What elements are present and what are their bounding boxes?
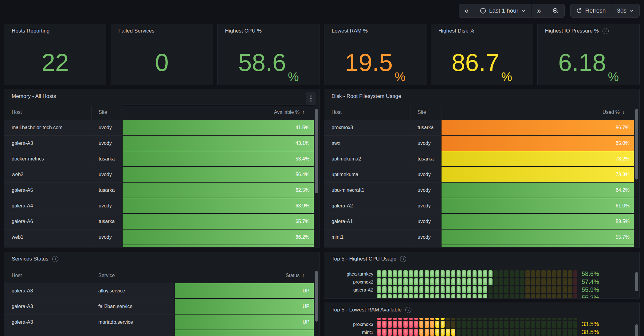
chevrons-left-icon: « <box>465 7 469 14</box>
gauge-cell <box>398 321 402 328</box>
gauge-cell <box>573 318 577 320</box>
info-icon[interactable]: i <box>603 28 609 34</box>
gauge-cell <box>441 294 445 298</box>
column-header-value sort-column-header[interactable]: Used %↓ <box>442 105 634 120</box>
gauge-cell <box>473 270 477 277</box>
column-divider <box>91 106 92 119</box>
column-header-host[interactable]: Host <box>4 105 91 120</box>
stat-number: 22 <box>41 50 69 75</box>
scrollbar[interactable] <box>635 106 638 246</box>
scrollbar-thumb[interactable] <box>635 324 638 336</box>
table-body: mail.bachelor-tech.comuvody41.5%galera-A… <box>4 120 319 247</box>
time-back-button[interactable]: « <box>459 4 474 17</box>
gauge-cell <box>462 318 466 320</box>
gauge-cell <box>382 318 386 320</box>
stat-title-text: Highest Disk % <box>438 28 474 34</box>
value-bar: 85.0% <box>442 136 634 151</box>
gauge-cells <box>377 278 577 285</box>
column-header-value sort-column-header[interactable]: Available %↑ <box>123 105 314 120</box>
gauge-cell <box>473 318 477 320</box>
gauge-cells <box>377 286 577 293</box>
column-header-site[interactable]: Site <box>410 105 442 120</box>
gauge-cell <box>568 329 572 336</box>
stat-panel: Highest IO Pressure %i6.18% <box>537 24 640 85</box>
gauge-cell <box>462 321 466 328</box>
scrollbar[interactable] <box>315 106 318 246</box>
zoom-out-button[interactable] <box>547 4 564 17</box>
table-row: web1uvody66.2% <box>4 230 319 245</box>
scrollbar-thumb[interactable] <box>315 271 318 322</box>
stat-panel: Lowest RAM %19.5% <box>324 24 426 85</box>
time-range-picker[interactable]: Last 1 hour <box>474 4 531 17</box>
gauge-cell <box>552 294 556 298</box>
scrollbar[interactable] <box>315 270 318 336</box>
gauge-cell <box>504 318 508 320</box>
scrollbar[interactable] <box>635 271 638 296</box>
gauge-cell <box>473 329 477 336</box>
gauge-cell <box>473 321 477 328</box>
gauge-cell <box>414 270 418 277</box>
clock-icon <box>480 8 486 14</box>
value-bar: 64.2% <box>442 183 634 198</box>
cell-second: alloy.service <box>91 283 175 299</box>
gauge-cell <box>446 270 450 277</box>
gauge-cell <box>499 270 503 277</box>
stat-title-text: Failed Services <box>118 28 155 34</box>
stat-panels-row: Hosts Reporting22Failed Services0Highest… <box>4 24 640 85</box>
gauge-cell <box>414 329 418 336</box>
time-forward-button[interactable]: » <box>531 4 547 17</box>
gauge-row: 55.2% <box>332 294 629 298</box>
stat-title: Lowest RAM % <box>332 28 368 34</box>
scrollbar[interactable] <box>635 320 638 336</box>
gauge-cell <box>499 329 503 336</box>
panel-title: Memory - All Hosts <box>12 93 56 99</box>
scrollbar-thumb[interactable] <box>635 272 638 291</box>
info-icon[interactable]: i <box>400 256 406 262</box>
gauge-cell <box>489 329 493 336</box>
gauge-cell <box>536 318 540 320</box>
table-row: galera-A3uvody43.1% <box>4 136 319 151</box>
cell-host: galera-A3 <box>4 315 91 330</box>
table-row: mint1uvody55.7% <box>324 230 639 245</box>
column-header-service[interactable]: Service <box>91 268 175 283</box>
cell-second <box>91 245 123 247</box>
gauge-cell <box>520 286 524 293</box>
column-header-host[interactable]: Host <box>324 105 410 120</box>
refresh-interval-picker[interactable]: 30s <box>611 4 639 17</box>
info-icon[interactable]: i <box>52 256 58 262</box>
gauge-cell <box>531 270 535 277</box>
gauge-cell <box>441 278 445 285</box>
gauge-cell <box>536 294 540 298</box>
gauge-cell <box>489 318 493 320</box>
panel-menu-button[interactable] <box>306 92 316 105</box>
scrollbar-thumb[interactable] <box>635 109 638 180</box>
gauge-cell <box>403 329 407 336</box>
table-row: docker-metricstusarka53.4% <box>4 151 319 167</box>
refresh-button[interactable]: Refresh <box>571 4 611 17</box>
gauge-cell <box>483 270 487 277</box>
gauge-cell <box>382 321 386 328</box>
cell-second: uvody <box>91 120 123 136</box>
gauge-cell <box>483 321 487 328</box>
panel-title-text: Top 5 - Highest CPU Usage <box>332 256 396 262</box>
gauge-cell <box>494 329 498 336</box>
info-icon[interactable]: i <box>405 307 411 313</box>
gauge-cell <box>435 270 439 277</box>
gauge-cells <box>377 318 577 320</box>
gauge-cell <box>388 286 392 293</box>
gauge-cell <box>409 270 413 277</box>
table-row: galera-A2uvody61.0% <box>324 198 639 214</box>
column-header-site[interactable]: Site <box>91 105 123 120</box>
gauge-cell <box>377 270 381 277</box>
scrollbar-thumb[interactable] <box>315 109 318 193</box>
stat-number: 0 <box>155 50 169 75</box>
gauge-cell <box>483 318 487 320</box>
column-header-host[interactable]: Host <box>4 268 91 283</box>
gauge-cell <box>515 329 519 336</box>
cell-host: galera-A3 <box>4 283 91 299</box>
gauge-cell <box>393 294 397 298</box>
gauge-cell <box>478 318 482 320</box>
gauge-cell <box>446 321 450 328</box>
column-header-value sort-column-header[interactable]: Status↑ <box>175 268 314 283</box>
gauge-cell <box>520 270 524 277</box>
